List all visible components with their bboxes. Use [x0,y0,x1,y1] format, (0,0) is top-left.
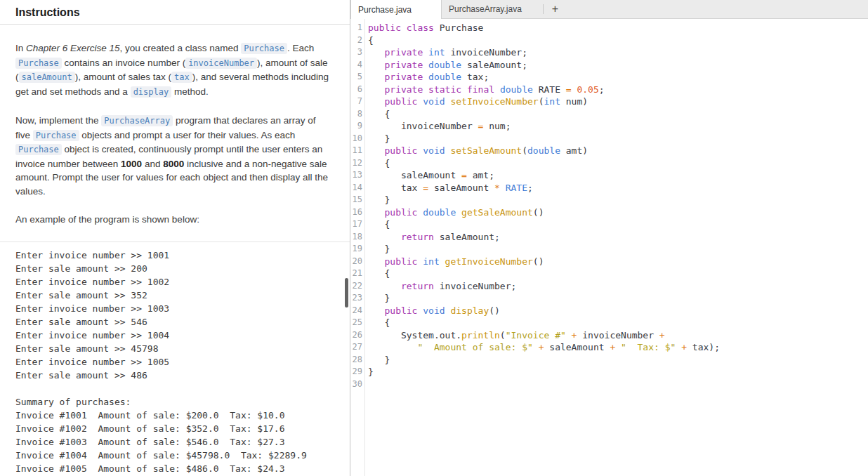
line-number: 3 [350,46,364,59]
console-line: Enter sale amount >> 546 [15,315,350,329]
console-line: Enter invoice number >> 1005 [15,355,350,369]
line-number: 26 [350,329,364,342]
code-content[interactable]: public class Purchase{ private int invoi… [365,19,868,476]
text-run: 8000 [163,159,184,169]
editor-panel: Purchase.javaPurchaseArray.java + 123456… [350,0,868,476]
text-run: . Each [287,43,314,53]
example-output-block: Enter invoice number >> 1001Enter sale a… [0,242,350,476]
text-run: Now, implement the [15,115,101,126]
instructions-paragraph: An example of the program is shown below… [15,213,331,227]
line-number: 23 [350,292,364,305]
inline-code: PurchaseArray [101,115,173,126]
text-run: , you created a class named [120,43,242,53]
code-line[interactable]: invoiceNumber = num; [368,120,868,133]
line-number: 7 [350,95,364,108]
code-line[interactable]: return saleAmount; [368,231,868,244]
line-number: 15 [350,194,364,206]
code-line[interactable]: public void setInvoiceNumber(int num) [368,95,868,108]
console-line: Invoice #1002 Amount of sale: $352.0 Tax… [15,422,350,435]
new-tab-button[interactable]: + [544,0,567,18]
code-line[interactable]: return invoiceNumber; [368,280,868,293]
line-number: 29 [350,366,364,378]
text-run: 1000 [121,159,142,169]
console-line: Enter sale amount >> 486 [15,369,350,382]
line-number: 16 [350,206,364,219]
code-line[interactable]: public int getInvoiceNumber() [368,256,868,268]
line-number: 17 [350,218,364,231]
instructions-paragraphs: In Chapter 6 Exercise 15, you created a … [15,41,331,227]
code-line[interactable]: System.out.println("Invoice #" + invoice… [368,329,868,342]
code-line[interactable]: public void display() [368,305,868,317]
inline-code: saleAmount [19,72,75,83]
line-number: 24 [350,305,364,317]
code-line[interactable]: private int invoiceNumber; [368,46,868,59]
text-run: and [142,159,163,169]
inline-code: Purchase [15,144,62,155]
code-line[interactable]: } [368,133,868,145]
line-number: 19 [350,243,364,256]
line-number: 6 [350,84,364,96]
line-number: 10 [350,133,364,145]
tab-label: PurchaseArray.java [449,4,522,14]
code-line[interactable]: } [368,292,868,305]
line-number: 4 [350,59,364,72]
code-line[interactable]: { [368,34,868,47]
instructions-scrollbar-thumb[interactable] [345,278,348,308]
editor-tabbar: Purchase.javaPurchaseArray.java + [350,0,868,19]
console-line: Invoice #1003 Amount of sale: $546.0 Tax… [15,435,350,449]
inline-code: display [131,86,172,98]
code-line[interactable]: { [368,317,868,329]
line-number: 9 [350,120,364,133]
editor-tabs: Purchase.javaPurchaseArray.java [350,0,543,18]
code-line[interactable]: } [368,243,868,256]
editor-tab-purchasearray-java[interactable]: PurchaseArray.java [442,0,543,18]
code-line[interactable]: } [368,354,868,366]
code-line[interactable]: { [368,108,868,121]
code-line[interactable]: } [368,194,868,206]
text-run: ), amount of sales tax ( [75,72,171,82]
code-line[interactable]: private static final double RATE = 0.05; [368,84,868,96]
console-line: Enter sale amount >> 352 [15,289,350,302]
code-line[interactable]: saleAmount = amt; [368,169,868,182]
code-line[interactable]: tax = saleAmount * RATE; [368,182,868,194]
line-number: 14 [350,182,364,194]
console-line: Enter sale amount >> 45798 [15,342,350,355]
code-line[interactable]: } [368,366,868,378]
code-line[interactable]: { [368,157,868,170]
text-run: method. [171,86,209,97]
code-line[interactable]: public void setSaleAmount(double amt) [368,145,868,157]
inline-code: invoiceNumber [185,58,257,69]
code-line[interactable]: public double getSaleAmount() [368,206,868,219]
console-line: Enter invoice number >> 1004 [15,329,350,342]
line-number: 22 [350,280,364,293]
instructions-title: Instructions [0,0,350,25]
line-number: 2 [350,34,364,47]
line-number: 8 [350,108,364,121]
text-run: In [15,43,26,53]
code-line[interactable]: { [368,218,868,231]
line-number: 20 [350,256,364,268]
inline-code: Purchase [241,43,287,54]
console-line: Summary of purchases: [15,395,350,409]
line-number-gutter: 1234567891011121314151617181920212223242… [350,19,365,476]
line-number: 27 [350,341,364,354]
instructions-panel: Instructions In Chapter 6 Exercise 15, y… [0,0,350,476]
console-line: Enter sale amount >> 200 [15,262,350,275]
code-line[interactable] [368,378,868,391]
code-line[interactable]: private double saleAmount; [368,59,868,72]
line-number: 11 [350,145,364,157]
text-run: objects and prompt a user for their valu… [79,130,296,140]
code-line[interactable]: " Amount of sale: $" + saleAmount + " Ta… [368,341,868,354]
console-line [15,382,350,395]
line-number: 25 [350,317,364,329]
line-number: 30 [350,378,364,391]
text-run: contains an invoice number ( [62,58,185,68]
editor-tab-purchase-java[interactable]: Purchase.java [350,0,442,19]
code-line[interactable]: { [368,267,868,280]
instructions-paragraph: Now, implement the PurchaseArray program… [15,114,331,198]
code-line[interactable]: public class Purchase [368,22,868,34]
line-number: 13 [350,169,364,182]
code-line[interactable]: private double tax; [368,71,868,84]
instructions-body: In Chapter 6 Exercise 15, you created a … [0,25,350,476]
code-editor[interactable]: 1234567891011121314151617181920212223242… [350,19,868,476]
